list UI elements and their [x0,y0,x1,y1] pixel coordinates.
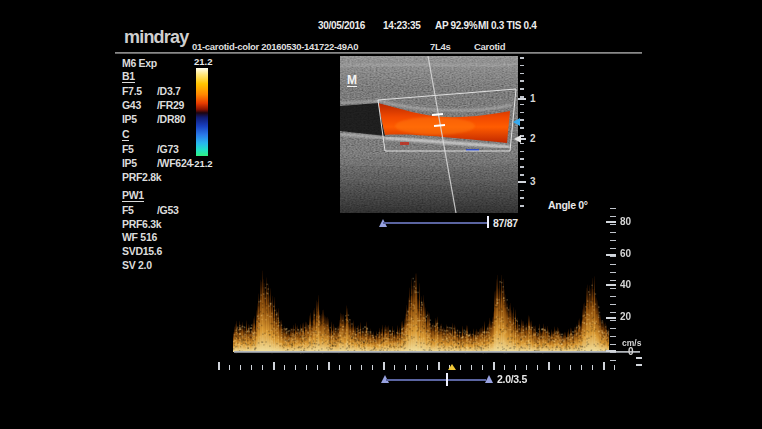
spectral-doppler-trace [230,262,610,357]
pw-frequency: F5 [122,204,134,216]
exam-time: 14:23:35 [383,20,421,31]
colorbar-max-velocity: 21.2 [194,56,213,67]
header-divider [115,52,642,54]
spectral-baseline[interactable] [234,351,640,353]
depth-marker-icon[interactable] [514,135,521,143]
depth-major-tick [518,98,526,100]
b-dynamic-range: /D3.7 [157,85,181,97]
velocity-label-20: 20 [620,311,631,322]
b-gain: G43 [122,99,141,111]
velocity-major-tick [606,317,616,319]
b-mode-section-title: B1 [122,71,135,83]
imaging-mode: M6 Exp [122,57,157,69]
color-mode-section-title: C [122,129,129,141]
c-frequency: F5 [122,143,134,155]
carotid-color-doppler-image [340,56,518,213]
pw-gain: /G53 [157,204,179,216]
pw-sample-volume: SV 2.0 [122,259,152,271]
range-end-marker-icon[interactable] [485,375,493,383]
depth-label-2: 2 [530,133,536,144]
cine-frame-counter: 87/87 [493,217,518,229]
pw-wall-filter: WF 516 [122,231,157,243]
acoustic-power: AP 92.9% [435,20,477,31]
color-mode-row: F5 /G73 [122,143,234,157]
velocity-label-60: 60 [620,248,631,259]
velocity-minor-tick [636,364,642,366]
velocity-ruler [610,208,616,368]
velocity-zero-label: 0 [628,346,634,357]
b-image-process: IP5 [122,113,137,125]
b-mode-row: G43 /FR29 [122,99,234,113]
depth-label-3: 3 [530,176,536,187]
sweep-position-marker-icon [448,364,456,370]
b-mode-row: IP5 /DR80 [122,113,234,127]
sample-gate-lower[interactable] [434,125,445,126]
depth-major-tick [518,181,526,183]
velocity-label-40: 40 [620,279,631,290]
sv-depth-readout: 2.0/3.5 [497,373,527,385]
time-ruler-minor [218,365,620,370]
mi-tis-indices: MI 0.3 TIS 0.4 [478,20,537,31]
pw-prf: PRF6.3k [122,218,161,230]
range-bar[interactable] [386,379,486,381]
color-doppler-bar [196,68,208,156]
ultrasound-screen: 30/05/2016 14:23:35 AP 92.9% MI 0.3 TIS … [0,0,762,429]
pw-mode-row: F5 /G53 [122,204,234,218]
focus-marker-icon[interactable] [513,118,520,126]
b-frequency: F7.5 [122,85,142,97]
exam-preset: Carotid [474,41,505,52]
c-gain: /G73 [157,143,179,155]
exam-id: 01-carotid-color 20160530-141722-49A0 [192,41,358,52]
c-prf: PRF2.8k [122,171,161,183]
range-position-marker[interactable] [446,373,448,386]
cine-position-marker[interactable] [487,216,489,228]
velocity-label-80: 80 [620,216,631,227]
pw-sv-depth: SVD15.6 [122,245,162,257]
velocity-minor-tick [636,357,642,359]
pw-mode-section-title: PW1 [122,190,144,202]
color-mode-row: IP5 /WF624 [122,157,234,171]
c-image-process: IP5 [122,157,137,169]
velocity-major-tick [606,221,616,223]
b-depth-range: /DR80 [157,113,185,125]
cine-progress-bar[interactable] [383,222,488,224]
probe-name: 7L4s [430,41,450,52]
b-mode-image: M [340,56,518,213]
colorbar-min-velocity: -21.2 [191,158,213,169]
b-frame-rate: /FR29 [157,99,184,111]
mindray-logo: mindray [124,27,188,48]
exam-date: 30/05/2016 [318,20,365,31]
doppler-angle-readout: Angle 0° [548,199,588,211]
depth-label-1: 1 [530,93,536,104]
velocity-major-tick [606,284,616,286]
sample-gate-upper[interactable] [432,114,443,115]
velocity-major-tick [606,350,616,352]
c-wall-filter: /WF624 [157,157,192,169]
velocity-major-tick [606,254,616,256]
orientation-marker: M [347,74,357,87]
b-mode-row: F7.5 /D3.7 [122,85,234,99]
